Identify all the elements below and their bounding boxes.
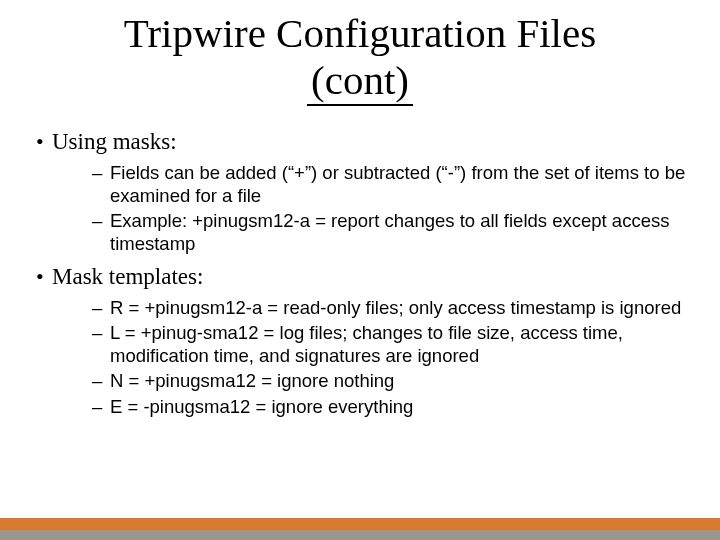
title-line-1: Tripwire Configuration Files [124, 10, 596, 56]
bullet-text: Mask templates: [52, 264, 203, 289]
sub-bullet: E = -pinugsma12 = ignore everything [92, 395, 690, 418]
bullet-mask-templates: Mask templates: R = +pinugsm12-a = read-… [30, 263, 690, 417]
bullet-using-masks: Using masks: Fields can be added (“+”) o… [30, 128, 690, 255]
bullet-text: Using masks: [52, 129, 177, 154]
footer-accent-gray [0, 530, 720, 540]
slide-title: Tripwire Configuration Files (cont) [0, 10, 720, 106]
sub-bullet: L = +pinug-sma12 = log files; changes to… [92, 321, 690, 367]
footer-accent-orange [0, 518, 720, 530]
sub-bullet: Fields can be added (“+”) or subtracted … [92, 161, 690, 207]
sub-bullet: N = +pinugsma12 = ignore nothing [92, 369, 690, 392]
sub-bullet: Example: +pinugsm12-a = report changes t… [92, 209, 690, 255]
footer-bar [0, 518, 720, 540]
sub-bullet: R = +pinugsm12-a = read-only files; only… [92, 296, 690, 319]
slide: Tripwire Configuration Files (cont) Usin… [0, 0, 720, 540]
slide-body: Using masks: Fields can be added (“+”) o… [30, 128, 690, 426]
title-line-2: (cont) [307, 57, 413, 106]
